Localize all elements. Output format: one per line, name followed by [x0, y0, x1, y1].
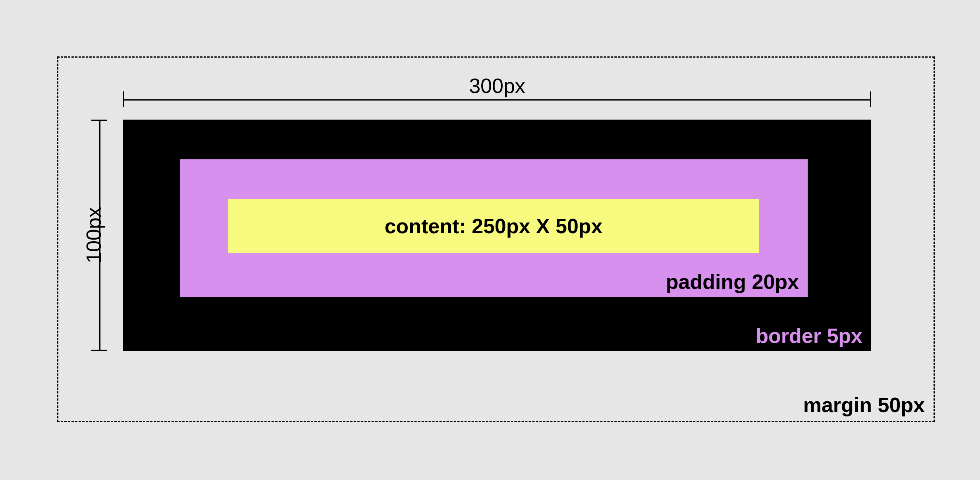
height-dimension-bar: 100px [87, 120, 111, 351]
width-dimension-bar: 300px [123, 87, 871, 111]
width-label: 300px [123, 74, 871, 98]
margin-label: margin 50px [803, 393, 925, 417]
padding-label: padding 20px [666, 270, 799, 294]
border-label: border 5px [756, 324, 862, 348]
padding-area: content: 250px X 50px padding 20px [180, 159, 808, 297]
content-label: content: 250px X 50px [384, 214, 602, 238]
width-line [123, 99, 871, 101]
border-area: content: 250px X 50px padding 20px borde… [123, 120, 871, 351]
height-label: 100px [82, 120, 104, 351]
content-area: content: 250px X 50px [228, 199, 759, 253]
